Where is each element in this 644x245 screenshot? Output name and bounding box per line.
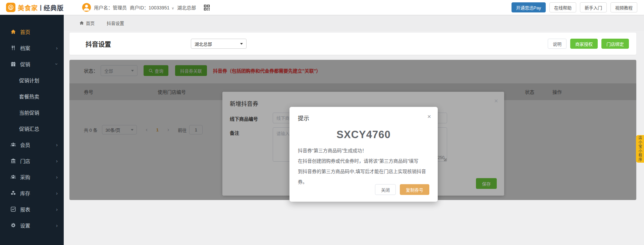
gift-icon [11, 62, 16, 67]
merchant-authorize-button[interactable]: 商家授权 [570, 39, 598, 49]
sidebar-item-promotion-plan[interactable]: 促销计划 [0, 72, 64, 88]
sidebar-item-stores[interactable]: 门店 › [0, 153, 64, 169]
third-party-product-code: SXCY4760 [298, 129, 429, 141]
sidebar-item-purchase[interactable]: 采购 › [0, 169, 64, 185]
user-name-label: 用户名：管理员 [94, 4, 127, 11]
chevron-right-icon: › [56, 190, 58, 196]
sidebar-item-promotion-summary[interactable]: 促销汇总 [0, 120, 64, 136]
inventory-icon [11, 191, 16, 196]
store-bind-button[interactable]: 门店绑定 [601, 39, 629, 49]
page-header-actions: 说明 商家授权 门店绑定 [548, 39, 629, 49]
sidebar-item-combo-hot[interactable]: 套餐热卖 [0, 88, 64, 104]
tip-dialog-title: 提示 [298, 114, 429, 122]
tip-line: 到抖音券的第三方商品码中,填写后才能在门店上实现核销抖音 [298, 166, 429, 177]
chevron-expanded-icon: › [54, 63, 60, 65]
sidebar-item-label: 门店 [20, 157, 30, 164]
page-title: 抖音设置 [86, 39, 111, 48]
chevron-right-icon: › [56, 222, 58, 228]
sidebar-item-current-promotion[interactable]: 当前促销 [0, 104, 64, 120]
breadcrumb-home[interactable]: 首页 [79, 20, 95, 26]
home-icon [11, 29, 16, 34]
home-icon [79, 21, 84, 25]
members-icon [11, 142, 16, 147]
sidebar-item-promotion[interactable]: 促销 › [0, 56, 64, 72]
sidebar-item-label: 库存 [20, 190, 30, 197]
store-icon [11, 158, 16, 163]
merchant-id-text: 商户ID：10033951 [130, 5, 169, 10]
branch-select[interactable]: 湖北总部 [191, 39, 247, 49]
breadcrumb: 首页 抖音设置 [64, 15, 644, 31]
chevron-right-icon: › [56, 158, 58, 164]
select-caret-icon [240, 43, 243, 45]
branch-select-value: 湖北总部 [195, 41, 212, 47]
chevron-right-icon: › [56, 142, 58, 148]
close-button[interactable]: 关闭 [375, 184, 396, 195]
settings-icon [11, 223, 16, 228]
tip-line: 在抖音创建团购券或代金券时，请将该“第三方商品码”填写 [298, 156, 429, 166]
avatar [82, 3, 91, 12]
sidebar-item-label: 档案 [20, 44, 30, 51]
utensils-icon [11, 45, 16, 50]
copy-coupon-code-button[interactable]: 复制券号 [400, 184, 429, 195]
mini-program-side-tab[interactable]: 店小宝小程序 [636, 135, 644, 163]
tip-dialog: 提示 × SXCY4760 抖音券“第三方商品码”生成成功！ 在抖音创建团购券或… [289, 107, 438, 202]
sidebar-menu: 首页 档案 › 促销 › 促销计划 套餐热卖 当前促销 促销汇总 [0, 15, 64, 233]
tip-line: 抖音券“第三方商品码”生成成功！ [298, 146, 429, 156]
chevron-down-icon: ∨ [171, 6, 174, 10]
sidebar-item-label: 采购 [20, 173, 30, 180]
report-icon [11, 207, 16, 212]
open-sixun-pay-button[interactable]: 开通思迅Pay [512, 2, 546, 12]
sidebar-item-label: 报表 [20, 206, 30, 213]
app-logo: 美食家 | 经典版 [6, 3, 64, 12]
close-icon[interactable]: × [494, 97, 498, 105]
user-info: 用户名：管理员 商户ID：10033951 ∨ 湖北总部 [82, 3, 210, 12]
brand-divider: | [40, 4, 42, 11]
top-actions: 开通思迅Pay 在线帮助 新手入门 视频教程 [512, 2, 637, 12]
sidebar-item-label: 促销 [20, 60, 30, 68]
sidebar-item-label: 设置 [20, 222, 30, 229]
sidebar-item-label: 会员 [20, 141, 30, 148]
app-root: 美食家 | 经典版 用户名：管理员 商户ID：10033951 ∨ 湖北总部 开… [0, 0, 644, 245]
close-icon[interactable]: × [427, 113, 431, 120]
sidebar-item-home[interactable]: 首页 [0, 24, 64, 40]
breadcrumb-current[interactable]: 抖音设置 [107, 20, 124, 26]
sidebar-item-inventory[interactable]: 库存 › [0, 185, 64, 201]
top-bar: 美食家 | 经典版 用户名：管理员 商户ID：10033951 ∨ 湖北总部 开… [0, 0, 644, 15]
tip-dialog-actions: 关闭 复制券号 [375, 184, 429, 195]
branch-label: 湖北总部 [177, 4, 196, 11]
breadcrumb-home-label: 首页 [86, 20, 95, 26]
sidebar-item-members[interactable]: 会员 › [0, 136, 64, 153]
purchase-icon [11, 174, 16, 179]
brand-icon [6, 3, 15, 12]
page-header-card: 抖音设置 湖北总部 说明 商家授权 门店绑定 [69, 33, 636, 55]
qr-code-icon[interactable] [204, 4, 210, 11]
sidebar-item-archives[interactable]: 档案 › [0, 40, 64, 56]
sidebar: 首页 档案 › 促销 › 促销计划 套餐热卖 当前促销 促销汇总 [0, 15, 64, 245]
merchant-id-label[interactable]: 商户ID：10033951 ∨ [130, 4, 174, 11]
chevron-right-icon: › [56, 174, 58, 180]
sidebar-item-label: 首页 [20, 28, 30, 35]
explain-button[interactable]: 说明 [548, 39, 567, 49]
sidebar-item-reports[interactable]: 报表 › [0, 201, 64, 217]
online-help-button[interactable]: 在线帮助 [549, 2, 576, 12]
beginner-guide-button[interactable]: 新手入门 [580, 2, 607, 12]
brand-name: 美食家 [18, 3, 38, 12]
chevron-right-icon: › [56, 206, 58, 212]
brand-edition: 经典版 [44, 3, 64, 12]
chevron-right-icon: › [56, 45, 58, 51]
video-tutorial-button[interactable]: 视频教程 [610, 2, 637, 12]
tip-dialog-body: 抖音券“第三方商品码”生成成功！ 在抖音创建团购券或代金券时，请将该“第三方商品… [298, 146, 429, 187]
sidebar-item-settings[interactable]: 设置 › [0, 217, 64, 233]
